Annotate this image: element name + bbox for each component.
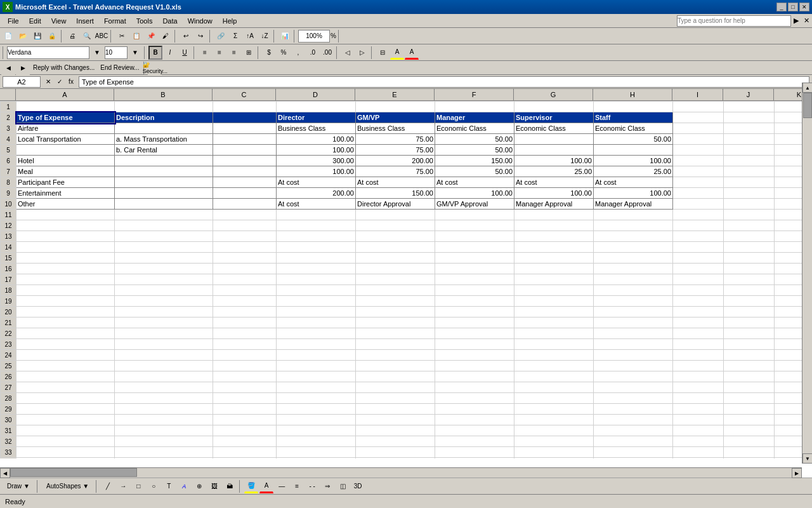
cell-15-d[interactable] — [277, 253, 356, 264]
cell-30-c[interactable] — [213, 415, 277, 425]
cell-empty[interactable] — [724, 318, 775, 328]
col-header-a[interactable]: A — [16, 89, 114, 100]
cell-12-a[interactable] — [16, 220, 115, 231]
cell-20-h[interactable] — [594, 307, 673, 318]
row-number[interactable]: 10 — [1, 199, 16, 210]
table-row[interactable]: 18 — [1, 285, 813, 296]
cell-empty[interactable] — [724, 145, 775, 156]
font-color-button[interactable]: A — [405, 46, 419, 60]
col-header-e[interactable]: E — [355, 89, 435, 100]
cell-30-f[interactable] — [435, 415, 514, 425]
cell-empty[interactable] — [673, 264, 724, 274]
cell-7-d[interactable]: 100.00 — [277, 166, 356, 177]
cell-19-a[interactable] — [16, 296, 115, 307]
sort-asc-button[interactable]: ↑A — [243, 29, 257, 43]
cell-empty[interactable] — [673, 447, 724, 458]
cell-empty[interactable] — [724, 415, 775, 425]
cell-17-a[interactable] — [16, 274, 115, 285]
table-row[interactable]: 29 — [1, 404, 813, 415]
sort-desc-button[interactable]: ↓Z — [258, 29, 272, 43]
cell-31-f[interactable] — [435, 425, 514, 436]
cell-22-g[interactable] — [514, 328, 594, 339]
cell-22-d[interactable] — [277, 328, 356, 339]
cell-2-c[interactable] — [213, 112, 277, 123]
cell-15-b[interactable] — [115, 253, 213, 264]
cell-26-b[interactable] — [115, 371, 213, 382]
row-number[interactable]: 3 — [1, 123, 16, 134]
cell-20-b[interactable] — [115, 307, 213, 318]
table-row[interactable]: 32 — [1, 436, 813, 447]
cell-34-g[interactable] — [514, 458, 594, 459]
cell-empty[interactable] — [673, 210, 724, 220]
cell-empty[interactable] — [724, 296, 775, 307]
cell-31-b[interactable] — [115, 425, 213, 436]
cell-12-d[interactable] — [277, 220, 356, 231]
cell-33-h[interactable] — [594, 447, 673, 458]
cell-14-f[interactable] — [435, 242, 514, 253]
border-button[interactable]: ⊟ — [376, 46, 390, 60]
cell-empty[interactable] — [724, 425, 775, 436]
menu-view[interactable]: View — [46, 16, 72, 26]
row-number[interactable]: 18 — [1, 285, 16, 296]
cell-29-a[interactable] — [16, 404, 115, 415]
cell-empty[interactable] — [673, 328, 724, 339]
spell-check-button[interactable]: ABC — [95, 29, 108, 43]
cell-empty[interactable] — [673, 166, 724, 177]
row-number[interactable]: 19 — [1, 296, 16, 307]
row-number[interactable]: 34 — [1, 458, 16, 459]
cell-18-d[interactable] — [277, 285, 356, 296]
table-row[interactable]: 15 — [1, 253, 813, 264]
cell-3-d[interactable]: Business Class — [277, 123, 356, 134]
cell-1-b[interactable] — [115, 102, 213, 112]
cell-empty[interactable] — [724, 166, 775, 177]
col-header-j[interactable]: J — [723, 89, 774, 100]
cell-27-h[interactable] — [594, 382, 673, 393]
cell-19-e[interactable] — [356, 296, 435, 307]
increase-indent-button[interactable]: ▷ — [355, 46, 369, 60]
cell-10-g[interactable]: Manager Approval — [514, 199, 594, 210]
cell-22-e[interactable] — [356, 328, 435, 339]
cell-empty[interactable] — [724, 339, 775, 350]
cell-24-e[interactable] — [356, 350, 435, 361]
cell-7-g[interactable]: 25.00 — [514, 166, 594, 177]
cell-26-a[interactable] — [16, 371, 115, 382]
col-header-i[interactable]: I — [672, 89, 723, 100]
table-row[interactable]: 11 — [1, 210, 813, 220]
function-wizard-icon[interactable]: fx — [66, 77, 76, 87]
cell-15-c[interactable] — [213, 253, 277, 264]
menu-insert[interactable]: Insert — [71, 16, 99, 26]
row-number[interactable]: 6 — [1, 156, 16, 166]
cell-29-b[interactable] — [115, 404, 213, 415]
cell-empty[interactable] — [724, 134, 775, 145]
cell-13-e[interactable] — [356, 231, 435, 242]
cell-25-e[interactable] — [356, 361, 435, 371]
col-header-d[interactable]: D — [276, 89, 355, 100]
cell-26-e[interactable] — [356, 371, 435, 382]
cell-16-a[interactable] — [16, 264, 115, 274]
cell-20-e[interactable] — [356, 307, 435, 318]
cell-7-c[interactable] — [213, 166, 277, 177]
cell-empty[interactable] — [724, 371, 775, 382]
cell-empty[interactable] — [673, 177, 724, 188]
cell-27-f[interactable] — [435, 382, 514, 393]
cell-25-b[interactable] — [115, 361, 213, 371]
cell-1-g[interactable] — [514, 102, 594, 112]
menu-edit[interactable]: Edit — [24, 16, 46, 26]
cell-20-g[interactable] — [514, 307, 594, 318]
cell-8-h[interactable]: At cost — [594, 177, 673, 188]
cell-9-h[interactable]: 100.00 — [594, 188, 673, 199]
cell-15-g[interactable] — [514, 253, 594, 264]
cell-4-h[interactable]: 50.00 — [594, 134, 673, 145]
cell-33-d[interactable] — [277, 447, 356, 458]
cell-10-h[interactable]: Manager Approval — [594, 199, 673, 210]
cell-empty[interactable] — [673, 102, 724, 112]
close-button[interactable]: ✕ — [799, 3, 809, 11]
cell-28-e[interactable] — [356, 393, 435, 404]
cell-27-a[interactable] — [16, 382, 115, 393]
cell-5-d[interactable]: 100.00 — [277, 145, 356, 156]
scroll-right-button[interactable]: ▶ — [792, 468, 802, 478]
cell-empty[interactable] — [724, 264, 775, 274]
cell-1-e[interactable] — [356, 102, 435, 112]
row-number[interactable]: 29 — [1, 404, 16, 415]
cell-26-d[interactable] — [277, 371, 356, 382]
